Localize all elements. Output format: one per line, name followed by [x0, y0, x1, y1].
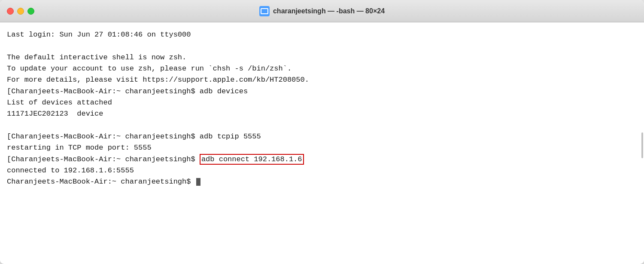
terminal-line: restarting in TCP mode port: 5555 [7, 142, 635, 153]
terminal-line-with-highlight: [Charanjeets-MacBook-Air:~ charanjeetsin… [7, 154, 635, 165]
title-area: charanjeetsingh — -bash — 80×24 [259, 6, 385, 16]
terminal-line: The default interactive shell is now zsh… [7, 52, 635, 63]
terminal-line-prompt: Charanjeets-MacBook-Air:~ charanjeetsing… [7, 176, 635, 187]
terminal-line: Last login: Sun Jun 27 01:08:46 on ttys0… [7, 29, 635, 40]
terminal-line: For more details, please visit https://s… [7, 74, 635, 86]
traffic-lights [7, 8, 34, 15]
terminal-line: [Charanjeets-MacBook-Air:~ charanjeetsin… [7, 86, 635, 97]
scrollbar-thumb[interactable] [641, 132, 643, 158]
cursor [196, 178, 200, 186]
highlighted-command: adb connect 192.168.1.6 [200, 154, 304, 165]
terminal-line-empty [7, 120, 635, 131]
scrollbar-track[interactable] [641, 45, 644, 264]
terminal-line: [Charanjeets-MacBook-Air:~ charanjeetsin… [7, 131, 635, 142]
terminal-line: List of devices attached [7, 97, 635, 108]
terminal-line: 11171JEC202123 device [7, 108, 635, 120]
maximize-button[interactable] [27, 8, 34, 15]
minimize-button[interactable] [17, 8, 24, 15]
terminal-line: To update your account to use zsh, pleas… [7, 63, 635, 74]
titlebar: charanjeetsingh — -bash — 80×24 [0, 0, 644, 22]
window-title: charanjeetsingh — -bash — 80×24 [273, 7, 385, 15]
terminal-body[interactable]: Last login: Sun Jun 27 01:08:46 on ttys0… [0, 22, 644, 264]
terminal-icon [259, 6, 270, 16]
close-button[interactable] [7, 8, 14, 15]
terminal-line: connected to 192.168.1.6:5555 [7, 165, 635, 176]
terminal-window: charanjeetsingh — -bash — 80×24 Last log… [0, 0, 644, 264]
terminal-line-empty [7, 40, 635, 52]
